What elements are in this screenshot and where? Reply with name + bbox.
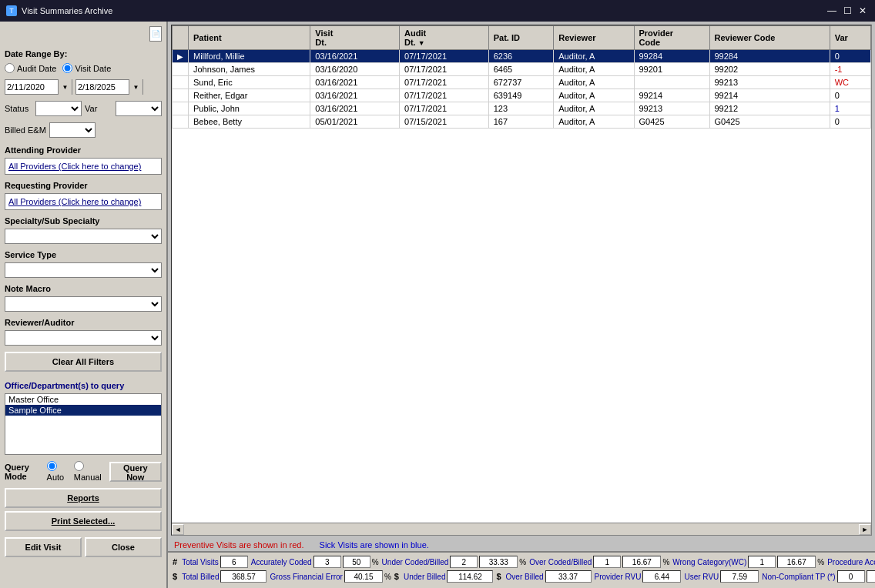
provider-rvu-label: Provider RVU <box>595 573 642 581</box>
accurately-coded-count-input[interactable] <box>313 556 341 568</box>
cell-var: 0 <box>830 115 870 129</box>
wrong-cat-pct-input[interactable] <box>777 556 816 568</box>
provider-rvu-input[interactable] <box>642 570 681 583</box>
row-arrow-cell <box>173 102 189 115</box>
proc-acc-group: Procedure Accuracy % <box>827 556 875 568</box>
dollar-symbol: $ <box>173 572 177 581</box>
col-reviewer[interactable]: Reviewer <box>554 26 634 50</box>
date-from-picker-button[interactable]: ▼ <box>58 79 72 95</box>
query-mode-row: Query Mode Auto Manual Query Now <box>5 461 162 482</box>
attending-provider-button[interactable]: All Providers (Click here to change) <box>5 158 162 175</box>
manual-radio-label[interactable]: Manual <box>74 461 105 482</box>
cell-audit-dt: 07/17/2021 <box>400 102 489 115</box>
billed-em-select[interactable] <box>49 122 96 138</box>
office-list[interactable]: Master Office Sample Office <box>5 393 162 455</box>
clear-all-filters-button[interactable]: Clear All Filters <box>5 352 162 372</box>
cell-audit-dt: 07/15/2021 <box>400 115 489 129</box>
col-var[interactable]: Var <box>830 26 870 50</box>
maximize-button[interactable]: ☐ <box>841 5 853 17</box>
user-rvu-input[interactable] <box>720 570 759 583</box>
col-patient[interactable]: Patient <box>189 26 310 50</box>
col-visit-dt[interactable]: VisitDt. <box>310 26 400 50</box>
specialty-select[interactable] <box>5 229 162 244</box>
over-coded-count-input[interactable] <box>593 556 621 568</box>
under-coded-count-input[interactable] <box>450 556 478 568</box>
date-to-input[interactable] <box>76 80 129 94</box>
var-label: Var <box>85 104 112 113</box>
row-arrow-cell <box>173 63 189 76</box>
status-select[interactable] <box>35 101 82 116</box>
non-compliant-pct-input[interactable] <box>867 570 875 583</box>
gross-fin-err-input[interactable] <box>344 570 383 583</box>
manual-radio[interactable] <box>74 461 84 471</box>
under-billed-input[interactable] <box>447 570 493 583</box>
over-coded-pct-input[interactable] <box>622 556 661 568</box>
table-row[interactable]: Sund, Eric03/16/202107/17/2021672737Audi… <box>173 76 871 89</box>
cell-reviewer-code: 99202 <box>709 63 830 76</box>
cell-pat-id: 6465 <box>488 63 554 76</box>
table-scroll[interactable]: Patient VisitDt. AuditDt. ▼ Pat. ID Revi… <box>172 25 871 523</box>
table-row[interactable]: Johnson, James03/16/202007/17/20216465Au… <box>173 63 871 76</box>
row-arrow-cell <box>173 89 189 102</box>
under-coded-group: Under Coded/Billed % <box>382 556 527 568</box>
col-pat-id[interactable]: Pat. ID <box>488 26 554 50</box>
table-row[interactable]: Public, John03/16/202107/17/2021123Audit… <box>173 102 871 115</box>
non-compliant-count-input[interactable] <box>837 570 865 583</box>
query-now-button[interactable]: Query Now <box>109 462 162 482</box>
accurately-coded-label: Accurately Coded <box>251 558 312 566</box>
under-coded-pct-input[interactable] <box>479 556 518 568</box>
left-panel: 📄 Date Range By: Audit Date Visit Date ▼… <box>0 22 168 588</box>
minimize-button[interactable]: — <box>826 5 838 17</box>
auto-radio[interactable] <box>47 461 57 471</box>
total-billed-input[interactable] <box>220 570 267 583</box>
col-reviewer-code[interactable]: Reviewer Code <box>709 26 830 50</box>
table-row[interactable]: Reither, Edgar03/16/202107/17/2021639149… <box>173 89 871 102</box>
under-coded-label: Under Coded/Billed <box>382 558 449 566</box>
attending-provider-label: Attending Provider <box>5 145 162 155</box>
service-type-select[interactable] <box>5 262 162 278</box>
new-document-icon[interactable]: 📄 <box>149 26 162 42</box>
note-macro-select[interactable] <box>5 296 162 312</box>
horizontal-scrollbar[interactable]: ◄ ► <box>172 523 871 535</box>
reviewer-auditor-select[interactable] <box>5 330 162 346</box>
cell-reviewer: Auditor, A <box>554 76 634 89</box>
row-arrow-cell <box>173 76 189 89</box>
office-item-sample[interactable]: Sample Office <box>5 405 161 416</box>
under-billed-group: Under Billed <box>404 570 493 583</box>
sick-legend: Sick Visits are shown in blue. <box>320 540 429 550</box>
col-provider-code[interactable]: ProviderCode <box>634 26 709 50</box>
var-select[interactable] <box>116 101 162 116</box>
cell-pat-id: 123 <box>488 102 554 115</box>
cell-provider-code: 99284 <box>634 50 709 63</box>
table-row[interactable]: ▶Millford, Millie03/16/202107/17/2021623… <box>173 50 871 63</box>
over-billed-input[interactable] <box>545 570 592 583</box>
reports-button[interactable]: Reports <box>5 488 162 508</box>
cell-audit-dt: 07/17/2021 <box>400 50 489 63</box>
cell-var: 0 <box>830 50 870 63</box>
scroll-right-button[interactable]: ► <box>859 524 871 535</box>
radio-audit-date-label[interactable]: Audit Date <box>5 63 56 73</box>
wrong-cat-count-input[interactable] <box>748 556 776 568</box>
date-to-picker-button[interactable]: ▼ <box>129 79 142 95</box>
radio-visit-date-label[interactable]: Visit Date <box>62 63 111 73</box>
auto-radio-label[interactable]: Auto <box>47 461 69 482</box>
window-close-button[interactable]: ✕ <box>857 5 869 17</box>
requesting-provider-button[interactable]: All Providers (Click here to change) <box>5 193 162 210</box>
print-selected-button[interactable]: Print Selected... <box>5 511 162 531</box>
billed-em-label: Billed E&M <box>5 125 46 135</box>
gross-fin-err-label: Gross Financial Error <box>270 573 342 581</box>
col-audit-dt[interactable]: AuditDt. ▼ <box>400 26 489 50</box>
close-button[interactable]: Close <box>85 537 162 557</box>
radio-audit-date[interactable] <box>5 63 15 73</box>
edit-visit-button[interactable]: Edit Visit <box>5 537 82 557</box>
wrong-cat-group: Wrong Category(WC) % <box>672 556 824 568</box>
proc-acc-label: Procedure Accuracy <box>827 558 875 566</box>
scroll-left-button[interactable]: ◄ <box>172 524 184 535</box>
date-from-input[interactable] <box>5 80 58 94</box>
table-row[interactable]: Bebee, Betty05/01/202107/15/2021167Audit… <box>173 115 871 129</box>
radio-visit-date[interactable] <box>62 63 72 73</box>
accurately-coded-pct-input[interactable] <box>343 556 370 568</box>
office-item-master[interactable]: Master Office <box>5 394 161 405</box>
total-visits-input[interactable] <box>220 556 248 568</box>
cell-visit-dt: 05/01/2021 <box>310 115 400 129</box>
